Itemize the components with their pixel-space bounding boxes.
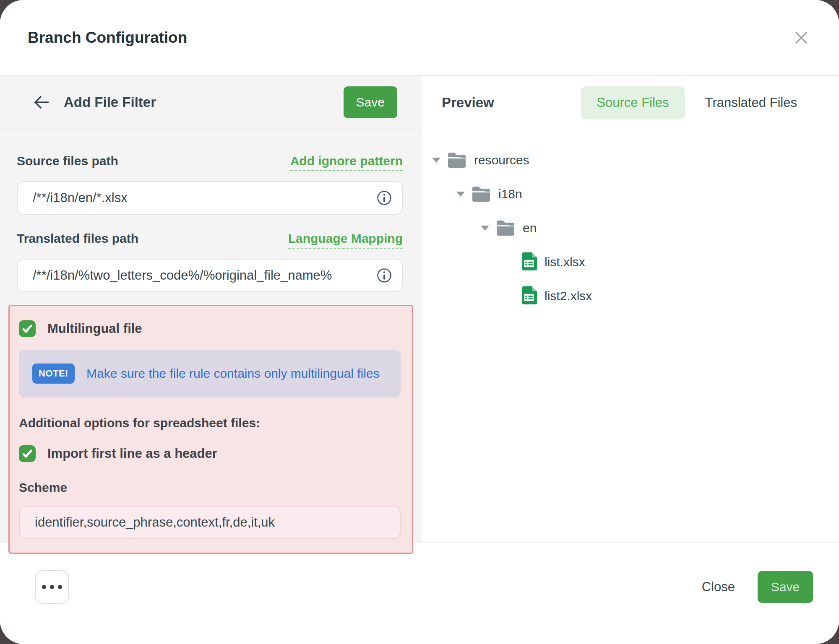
more-options-button[interactable] — [35, 570, 69, 604]
note-banner: NOTE! Make sure the file rule contains o… — [19, 350, 401, 397]
import-header-checkbox-row[interactable]: Import first line as a header — [19, 445, 401, 462]
note-text: Make sure the file rule contains only mu… — [86, 366, 380, 381]
tree-row-folder[interactable]: en — [422, 211, 839, 245]
spreadsheet-file-icon — [521, 252, 537, 272]
modal-content: Add File Filter Save Source files path A… — [0, 76, 839, 542]
translated-path-input[interactable] — [17, 259, 403, 292]
caret-down-icon[interactable] — [456, 192, 465, 197]
tree-label: list2.xlsx — [545, 289, 592, 303]
folder-icon — [496, 220, 515, 236]
tree-row-file[interactable]: list.xlsx — [422, 245, 839, 279]
close-icon[interactable] — [789, 25, 814, 50]
footer-save-button[interactable]: Save — [758, 571, 813, 603]
source-path-label: Source files path — [17, 154, 118, 168]
modal-titlebar: Branch Configuration — [0, 0, 839, 76]
back-arrow-icon[interactable] — [32, 93, 51, 112]
folder-icon — [447, 152, 466, 169]
translated-path-label: Translated files path — [17, 231, 138, 246]
tab-translated-files[interactable]: Translated Files — [689, 86, 813, 119]
additional-options-label: Additional options for spreadsheet files… — [19, 416, 401, 430]
tree-label: en — [523, 221, 537, 235]
import-header-label: Import first line as a header — [47, 446, 217, 461]
tree-label: resources — [474, 153, 529, 167]
spreadsheet-file-icon — [521, 286, 537, 306]
modal-footer: Close Save — [0, 542, 839, 644]
note-badge: NOTE! — [32, 364, 75, 384]
file-filter-panel: Add File Filter Save Source files path A… — [0, 76, 422, 542]
preview-panel: Preview Source Files Translated Files re… — [422, 76, 839, 542]
multilingual-checkbox-row[interactable]: Multilingual file — [19, 320, 401, 337]
scheme-input[interactable] — [19, 506, 401, 539]
scheme-label: Scheme — [19, 480, 401, 495]
preview-title: Preview — [442, 95, 494, 111]
filter-title: Add File Filter — [64, 94, 156, 110]
file-filter-form: Source files path Add ignore pattern Tra… — [0, 130, 422, 554]
info-icon[interactable] — [377, 268, 392, 283]
multilingual-options-section: Multilingual file NOTE! Make sure the fi… — [8, 305, 413, 554]
tree-row-folder[interactable]: resources — [422, 143, 839, 177]
info-icon[interactable] — [377, 190, 392, 205]
tree-label: list.xlsx — [545, 255, 585, 269]
folder-icon — [472, 186, 491, 203]
checkbox-checked-icon[interactable] — [19, 320, 36, 337]
preview-header: Preview Source Files Translated Files — [422, 76, 839, 130]
tree-row-file[interactable]: list2.xlsx — [422, 279, 839, 313]
language-mapping-link[interactable]: Language Mapping — [288, 231, 403, 249]
preview-tabs: Source Files Translated Files — [581, 86, 813, 119]
tab-source-files[interactable]: Source Files — [581, 86, 685, 119]
modal-title: Branch Configuration — [28, 29, 187, 47]
caret-down-icon[interactable] — [481, 226, 489, 231]
close-button[interactable]: Close — [692, 579, 745, 595]
branch-configuration-modal: Branch Configuration Add File Filter Sav… — [0, 0, 839, 644]
caret-down-icon[interactable] — [432, 158, 440, 163]
file-filter-header: Add File Filter Save — [0, 76, 422, 130]
add-ignore-pattern-link[interactable]: Add ignore pattern — [290, 154, 403, 171]
checkbox-checked-icon[interactable] — [19, 445, 36, 462]
multilingual-label: Multilingual file — [47, 321, 142, 336]
tree-label: i18n — [498, 187, 522, 201]
tree-row-folder[interactable]: i18n — [422, 177, 839, 211]
more-options-icon — [42, 585, 62, 589]
filter-save-button[interactable]: Save — [344, 86, 397, 118]
source-path-input[interactable] — [17, 181, 403, 215]
file-tree: resources i18n — [422, 130, 839, 313]
